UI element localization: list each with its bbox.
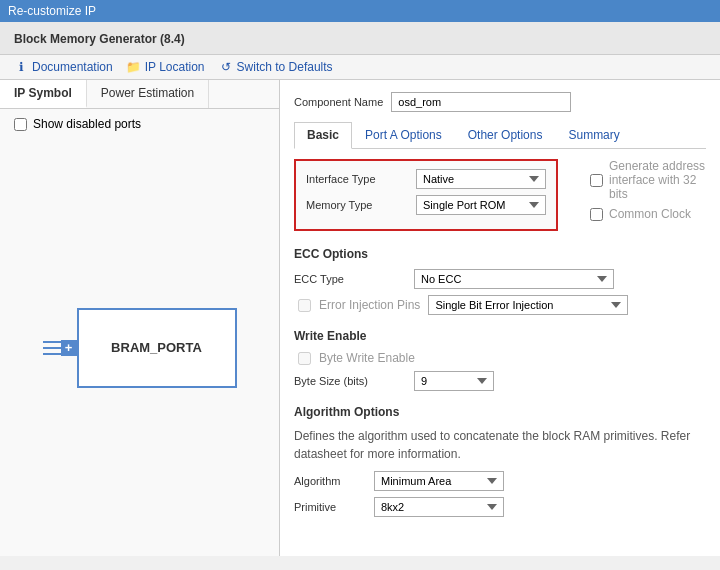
left-tabs: IP Symbol Power Estimation xyxy=(0,80,279,109)
interface-memory-section: Interface Type Native AXI4 Memory Type S… xyxy=(294,159,706,243)
ecc-type-row: ECC Type No ECC Single Bit ECC Both xyxy=(294,269,706,289)
interface-type-row: Interface Type Native AXI4 xyxy=(306,169,546,189)
memory-type-row: Memory Type Single Port ROM Simple Dual … xyxy=(306,195,546,215)
tab-basic[interactable]: Basic xyxy=(294,122,352,149)
info-icon: ℹ xyxy=(14,60,28,74)
interface-type-select[interactable]: Native AXI4 xyxy=(416,169,546,189)
show-disabled-checkbox[interactable] xyxy=(14,118,27,131)
error-injection-select[interactable]: Single Bit Error Injection Double Bit Er… xyxy=(428,295,628,315)
algorithm-select[interactable]: Minimum Area Low Power Fixed Primitive xyxy=(374,471,504,491)
common-clock-label: Common Clock xyxy=(609,207,691,221)
primitive-label: Primitive xyxy=(294,501,374,513)
generate-address-checkbox[interactable] xyxy=(590,174,603,187)
main-header-title: Block Memory Generator (8.4) xyxy=(14,32,185,46)
ecc-section-title: ECC Options xyxy=(294,247,706,261)
main-header: Block Memory Generator (8.4) xyxy=(0,22,720,55)
right-panel: Component Name Basic Port A Options Othe… xyxy=(280,80,720,556)
left-panel: IP Symbol Power Estimation Show disabled… xyxy=(0,80,280,556)
component-name-label: Component Name xyxy=(294,96,383,108)
toolbar: ℹ Documentation 📁 IP Location ↺ Switch t… xyxy=(0,55,720,80)
byte-write-enable-checkbox[interactable] xyxy=(298,352,311,365)
algorithm-description: Defines the algorithm used to concatenat… xyxy=(294,427,706,463)
ip-location-button[interactable]: 📁 IP Location xyxy=(127,60,205,74)
tab-summary[interactable]: Summary xyxy=(555,122,632,148)
refresh-icon: ↺ xyxy=(219,60,233,74)
right-tabs: Basic Port A Options Other Options Summa… xyxy=(294,122,706,149)
tab-ip-symbol[interactable]: IP Symbol xyxy=(0,80,87,108)
primitive-row: Primitive 8kx2 16kx1 512x36 xyxy=(294,497,706,517)
byte-size-select[interactable]: 9 8 xyxy=(414,371,494,391)
title-bar: Re-customize IP xyxy=(0,0,720,22)
error-injection-checkbox[interactable] xyxy=(298,299,311,312)
algorithm-section-title: Algorithm Options xyxy=(294,405,706,419)
error-injection-label: Error Injection Pins xyxy=(319,298,420,312)
location-icon: 📁 xyxy=(127,60,141,74)
memory-type-label: Memory Type xyxy=(306,199,416,211)
generate-address-row: Generate address interface with 32 bits xyxy=(590,159,706,201)
primitive-select[interactable]: 8kx2 16kx1 512x36 xyxy=(374,497,504,517)
component-name-input[interactable] xyxy=(391,92,571,112)
title-bar-label: Re-customize IP xyxy=(8,4,96,18)
interface-type-label: Interface Type xyxy=(306,173,416,185)
byte-write-enable-row: Byte Write Enable xyxy=(294,351,706,365)
memory-type-select[interactable]: Single Port ROM Simple Dual Port RAM Tru… xyxy=(416,195,546,215)
symbol-area: + BRAM_PORTA xyxy=(0,139,279,556)
documentation-button[interactable]: ℹ Documentation xyxy=(14,60,113,74)
component-name-row: Component Name xyxy=(294,92,706,112)
show-disabled-row: Show disabled ports xyxy=(0,109,279,139)
ecc-type-select[interactable]: No ECC Single Bit ECC Both xyxy=(414,269,614,289)
bram-symbol: BRAM_PORTA xyxy=(77,308,237,388)
interface-box: Interface Type Native AXI4 Memory Type S… xyxy=(294,159,558,231)
ecc-options-section: ECC Options ECC Type No ECC Single Bit E… xyxy=(294,247,706,315)
algorithm-label: Algorithm xyxy=(294,475,374,487)
ecc-type-label: ECC Type xyxy=(294,273,414,285)
byte-size-row: Byte Size (bits) 9 8 xyxy=(294,371,706,391)
tab-power-estimation[interactable]: Power Estimation xyxy=(87,80,209,108)
error-injection-row: Error Injection Pins Single Bit Error In… xyxy=(294,295,706,315)
algorithm-row: Algorithm Minimum Area Low Power Fixed P… xyxy=(294,471,706,491)
byte-size-label: Byte Size (bits) xyxy=(294,375,414,387)
common-clock-row: Common Clock xyxy=(590,207,706,221)
common-clock-checkbox[interactable] xyxy=(590,208,603,221)
switch-to-defaults-button[interactable]: ↺ Switch to Defaults xyxy=(219,60,333,74)
algorithm-options-section: Algorithm Options Defines the algorithm … xyxy=(294,405,706,517)
write-enable-section: Write Enable Byte Write Enable Byte Size… xyxy=(294,329,706,391)
generate-address-label: Generate address interface with 32 bits xyxy=(609,159,706,201)
content-area: IP Symbol Power Estimation Show disabled… xyxy=(0,80,720,556)
bram-label: BRAM_PORTA xyxy=(111,340,202,355)
write-enable-title: Write Enable xyxy=(294,329,706,343)
tab-port-a-options[interactable]: Port A Options xyxy=(352,122,455,148)
byte-write-enable-label: Byte Write Enable xyxy=(319,351,415,365)
tab-other-options[interactable]: Other Options xyxy=(455,122,556,148)
right-options: Generate address interface with 32 bits … xyxy=(590,159,706,243)
